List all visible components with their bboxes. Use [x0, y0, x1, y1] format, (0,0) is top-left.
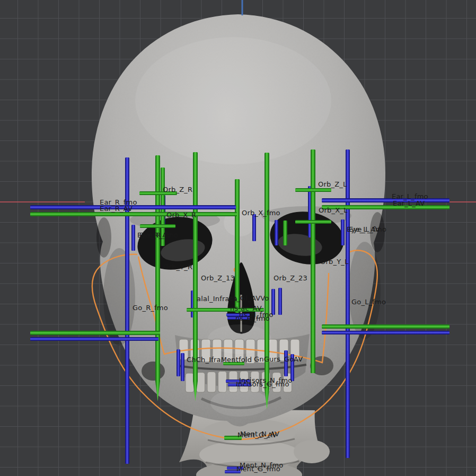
landmark-bar[interactable]	[278, 288, 282, 315]
landmark-bar[interactable]	[227, 316, 250, 320]
landmark-bar[interactable]	[193, 152, 198, 401]
landmark-bar[interactable]	[295, 220, 331, 224]
landmark-bar[interactable]	[131, 225, 135, 251]
landmark-bar[interactable]	[235, 179, 240, 313]
landmark-bar[interactable]	[227, 466, 243, 470]
mandible-notch-left	[142, 362, 165, 381]
landmark-bar[interactable]	[225, 470, 241, 473]
landmark-bar[interactable]	[252, 214, 256, 241]
landmark-bar[interactable]	[30, 205, 236, 209]
landmark-bar[interactable]	[228, 383, 251, 386]
landmark-bar[interactable]	[322, 324, 449, 329]
landmark-bar[interactable]	[346, 149, 350, 458]
3d-viewport[interactable]: Orb_Z_ROrb_Z_LEar_R_fmoEar_R_AVEar_L_fmo…	[0, 0, 476, 476]
landmark-bar[interactable]	[271, 289, 275, 315]
landmark-bar[interactable]	[181, 353, 184, 381]
temporal-shadow-left	[96, 217, 111, 258]
landmark-bar[interactable]	[283, 221, 287, 245]
landmark-bar[interactable]	[311, 149, 315, 373]
landmark-bar[interactable]	[265, 153, 269, 409]
maxilla-highlight	[208, 324, 271, 354]
landmark-bar[interactable]	[223, 362, 244, 365]
forehead-highlight	[135, 37, 331, 164]
landmark-bar[interactable]	[322, 198, 449, 202]
landmark-bar[interactable]	[284, 350, 288, 376]
landmark-bar[interactable]	[125, 157, 129, 464]
landmark-bar[interactable]	[30, 212, 237, 216]
landmark-bar[interactable]	[322, 205, 449, 209]
landmark-bar[interactable]	[275, 220, 278, 245]
landmark-bar[interactable]	[224, 436, 242, 440]
landmark-bar[interactable]	[322, 331, 449, 334]
landmark-bar[interactable]	[295, 188, 331, 192]
landmark-bar[interactable]	[341, 219, 345, 245]
chin-highlight	[210, 389, 269, 417]
landmark-bar[interactable]	[177, 349, 180, 376]
landmark-bar[interactable]	[140, 224, 175, 228]
landmark-bar[interactable]	[187, 308, 264, 312]
temporal-shadow-right	[370, 212, 385, 252]
landmark-bar[interactable]	[226, 380, 250, 383]
landmark-bar[interactable]	[290, 354, 294, 381]
landmark-bar[interactable]	[30, 331, 160, 335]
landmark-bar[interactable]	[30, 337, 158, 341]
landmark-bar[interactable]	[139, 191, 177, 195]
